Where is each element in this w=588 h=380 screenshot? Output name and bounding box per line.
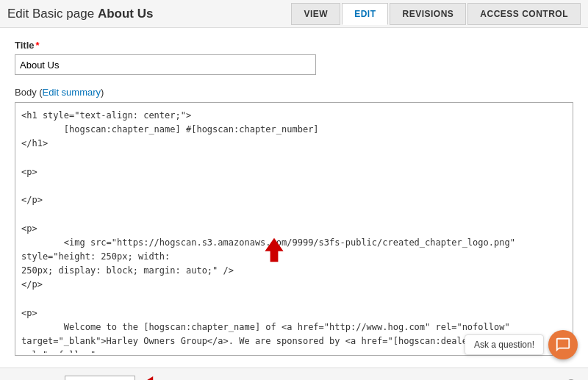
tab-revisions[interactable]: REVISIONS xyxy=(390,3,466,25)
body-field-label: Body (Edit summary) xyxy=(15,87,573,98)
chat-button[interactable] xyxy=(548,330,578,359)
title-prefix: Edit Basic page xyxy=(7,7,94,21)
chat-icon xyxy=(555,337,571,353)
page-wrapper: Edit Basic page About Us VIEW EDIT REVIS… xyxy=(0,0,588,380)
red-arrow-left-indicator xyxy=(141,375,168,380)
header-tabs: VIEW EDIT REVISIONS ACCESS CONTROL xyxy=(291,0,581,27)
body-editor-wrapper: <h1 style="text-align: center;"> [hogsca… xyxy=(15,102,573,356)
edit-summary-link[interactable]: Edit summary xyxy=(43,87,101,98)
title-input[interactable] xyxy=(15,54,316,75)
chat-bubble: Ask a question! xyxy=(465,334,544,355)
text-format-row: Text format HTML Code Basic HTML Full HT… xyxy=(12,375,168,380)
chat-widget: Ask a question! xyxy=(465,330,578,359)
page-header: Edit Basic page About Us VIEW EDIT REVIS… xyxy=(0,0,588,28)
tab-access-control[interactable]: ACCESS CONTROL xyxy=(467,3,581,25)
title-field-label: Title* xyxy=(15,40,573,51)
main-content: Title* Body (Edit summary) <h1 style="te… xyxy=(0,28,588,380)
title-label-text: Title xyxy=(15,40,35,51)
page-title: Edit Basic page About Us xyxy=(7,7,153,21)
svg-marker-1 xyxy=(143,376,166,380)
title-required-marker: * xyxy=(36,40,40,51)
body-label-text: Body xyxy=(15,87,37,98)
format-select[interactable]: HTML Code Basic HTML Full HTML Plain tex… xyxy=(65,376,135,381)
title-page-name: About Us xyxy=(98,7,154,21)
footer-bar: Text format HTML Code Basic HTML Full HT… xyxy=(0,368,588,380)
tab-edit[interactable]: EDIT xyxy=(342,3,388,25)
body-textarea[interactable]: <h1 style="text-align: center;"> [hogsca… xyxy=(15,103,573,353)
tab-view[interactable]: VIEW xyxy=(291,3,340,25)
